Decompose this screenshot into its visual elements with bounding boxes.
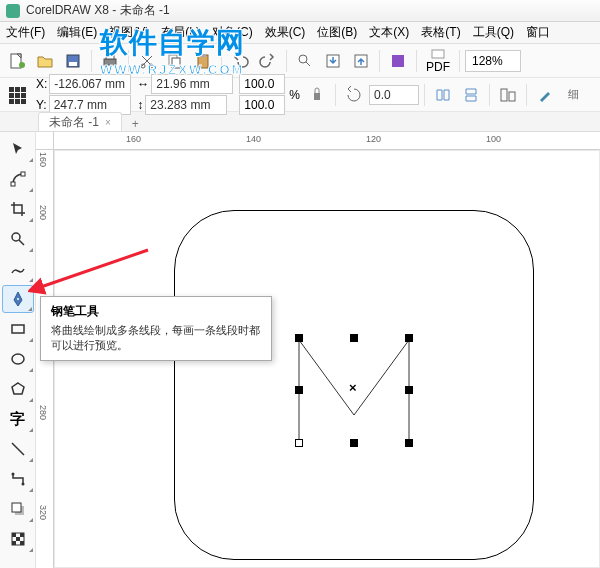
scale-x-field[interactable]: 100.0 [239,74,285,94]
object-origin-button[interactable] [4,82,30,108]
y-label: Y: [36,98,47,112]
drop-shadow-tool[interactable] [2,495,34,523]
horizontal-ruler[interactable]: 160 140 120 100 [36,132,600,150]
redo-button[interactable] [255,48,281,74]
pdf-label: PDF [426,60,450,74]
svg-rect-41 [20,533,24,537]
import-button[interactable] [320,48,346,74]
rotation-icon [341,82,367,108]
document-tab[interactable]: 未命名 -1 × [38,112,122,131]
menu-view[interactable]: 视图(V) [103,24,155,41]
export-button[interactable] [348,48,374,74]
rectangle-tool[interactable] [2,315,34,343]
align-button[interactable] [495,82,521,108]
window-title: CorelDRAW X8 - 未命名 -1 [26,2,170,19]
cut-button[interactable] [134,48,160,74]
transparency-tool[interactable] [2,525,34,553]
svg-rect-29 [11,182,15,186]
menu-bar: 文件(F) 编辑(E) 视图(V) 布局(L) 对象(C) 效果(C) 位图(B… [0,22,600,44]
menu-object[interactable]: 对象(C) [206,24,259,41]
svg-rect-24 [15,99,20,104]
outline-width-button[interactable]: 细 [560,82,586,108]
svg-rect-44 [20,541,24,545]
text-tool[interactable]: 字 [2,405,34,433]
zoom-tool[interactable] [2,225,34,253]
menu-text[interactable]: 文本(X) [363,24,415,41]
height-field[interactable]: 23.283 mm [145,95,227,115]
outline-pen-button[interactable] [532,82,558,108]
new-tab-button[interactable]: + [126,117,145,131]
new-button[interactable] [4,48,30,74]
workspace: 字 160 140 120 100 160 200 240 280 320 [0,132,600,568]
selection-center-marker: × [349,380,357,395]
svg-rect-22 [21,93,26,98]
selection-handle[interactable] [295,439,303,447]
search-button[interactable] [292,48,318,74]
svg-rect-21 [15,93,20,98]
svg-point-12 [299,55,307,63]
open-button[interactable] [32,48,58,74]
mirror-v-button[interactable] [458,82,484,108]
height-icon: ↕ [137,98,143,112]
menu-window[interactable]: 窗口 [520,24,556,41]
freehand-tool[interactable] [2,255,34,283]
selection-handle[interactable] [405,386,413,394]
tooltip-title: 钢笔工具 [51,303,261,320]
svg-rect-42 [16,537,20,541]
selection-handle[interactable] [405,439,413,447]
selection-handle[interactable] [295,386,303,394]
menu-effect[interactable]: 效果(C) [259,24,312,41]
zoom-level[interactable]: 128% [465,50,521,72]
connector-tool[interactable] [2,465,34,493]
save-button[interactable] [60,48,86,74]
menu-table[interactable]: 表格(T) [415,24,466,41]
x-position-field[interactable]: -126.067 mm [49,74,131,94]
pdf-export-button[interactable]: PDF [422,48,454,74]
ruler-corner[interactable] [36,132,54,150]
svg-rect-9 [172,58,180,68]
publish-button[interactable] [385,48,411,74]
svg-rect-33 [12,325,24,333]
svg-rect-43 [12,541,16,545]
pen-tool[interactable] [2,285,34,313]
menu-file[interactable]: 文件(F) [0,24,51,41]
mirror-h-button[interactable] [430,82,456,108]
standard-toolbar: PDF 128% [0,44,600,78]
copy-button[interactable] [162,48,188,74]
pen-tool-tooltip: 钢笔工具 将曲线绘制成多条线段，每画一条线段时都可以进行预览。 [40,296,272,361]
menu-edit[interactable]: 编辑(E) [51,24,103,41]
pick-tool[interactable] [2,135,34,163]
menu-tools[interactable]: 工具(Q) [467,24,520,41]
width-icon: ↔ [137,77,149,91]
shape-tool[interactable] [2,165,34,193]
ellipse-tool[interactable] [2,345,34,373]
selection-handle[interactable] [350,439,358,447]
scale-y-field[interactable]: 100.0 [239,95,285,115]
percent-label: % [289,88,300,102]
print-button[interactable] [97,48,123,74]
paste-button[interactable] [190,48,216,74]
tab-label: 未命名 -1 [49,114,99,131]
tooltip-body: 将曲线绘制成多条线段，每画一条线段时都可以进行预览。 [51,323,261,354]
undo-button[interactable] [227,48,253,74]
dimension-tool[interactable] [2,435,34,463]
svg-rect-18 [15,87,20,92]
menu-layout[interactable]: 布局(L) [155,24,206,41]
svg-rect-25 [21,99,26,104]
svg-point-36 [21,483,24,486]
svg-rect-19 [21,87,26,92]
lock-ratio-button[interactable] [304,82,330,108]
polygon-tool[interactable] [2,375,34,403]
selection-handle[interactable] [350,334,358,342]
close-tab-icon[interactable]: × [105,117,111,128]
selection-handle[interactable] [295,334,303,342]
menu-bitmap[interactable]: 位图(B) [311,24,363,41]
document-tab-bar: 未命名 -1 × + [0,112,600,132]
crop-tool[interactable] [2,195,34,223]
m-curve-shape[interactable] [279,320,429,470]
width-field[interactable]: 21.96 mm [151,74,233,94]
svg-rect-16 [432,50,444,58]
selection-handle[interactable] [405,334,413,342]
svg-point-32 [17,298,19,300]
rotation-field[interactable]: 0.0 [369,85,419,105]
